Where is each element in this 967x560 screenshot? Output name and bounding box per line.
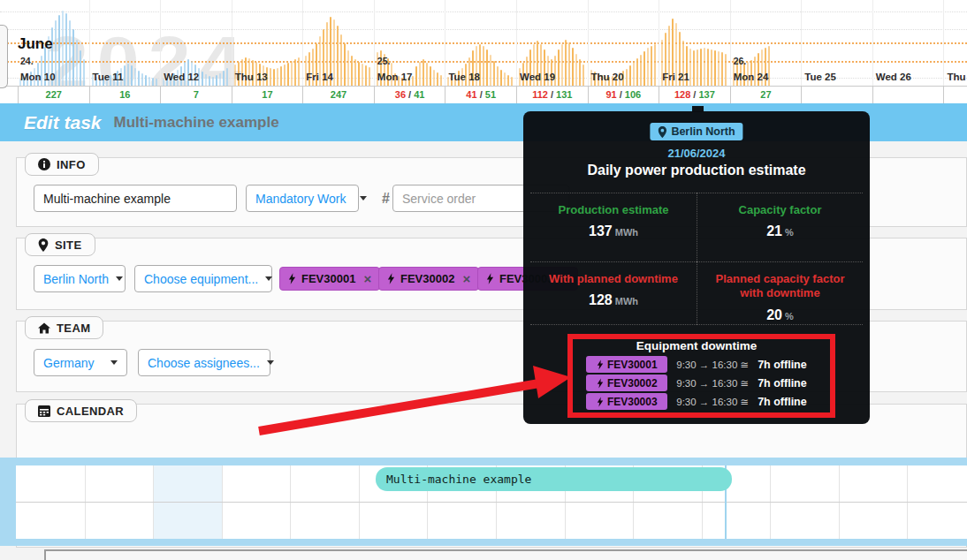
calendar-grid[interactable]: Multi-machine example xyxy=(16,465,967,539)
histogram-bar xyxy=(433,70,435,86)
day-label: Wed 26 xyxy=(876,72,911,82)
histogram-bar xyxy=(273,69,275,86)
timeline-day-count xyxy=(872,87,944,104)
day-label: Mon 17 xyxy=(377,72,413,82)
timeline-day[interactable]: Thu 20 xyxy=(588,0,659,86)
team-dropdown[interactable]: Germany xyxy=(34,349,127,376)
info-icon xyxy=(38,158,50,170)
remove-tag-icon[interactable]: × xyxy=(363,271,371,286)
histogram-bar xyxy=(58,15,60,86)
service-order-hash: # xyxy=(382,191,390,207)
tooltip-site-badge: Berlin North xyxy=(650,123,742,140)
drawer-handle[interactable] xyxy=(0,25,8,88)
equipment-dropdown[interactable]: Choose equipment... xyxy=(134,265,272,292)
assignees-dropdown[interactable]: Choose assignees... xyxy=(138,349,270,376)
histogram-bar xyxy=(504,72,506,86)
tooltip-date: 21/06/2024 xyxy=(523,147,870,160)
metric-value: 20 xyxy=(766,307,782,322)
equipment-tag[interactable]: FEV30002 × xyxy=(378,267,479,291)
histogram-bar xyxy=(497,66,499,86)
histogram-bar xyxy=(156,79,157,86)
day-label: Tue 11 xyxy=(93,72,124,82)
day-label: Wed 19 xyxy=(520,72,555,82)
remove-tag-icon[interactable]: × xyxy=(462,271,470,286)
location-pin-icon xyxy=(658,126,666,138)
histogram-bar xyxy=(486,49,488,86)
histogram-bar xyxy=(707,49,709,86)
task-bar[interactable]: Multi-machine example xyxy=(376,467,732,491)
work-type-dropdown[interactable]: Mandatory Work xyxy=(246,185,359,212)
timeline-day[interactable]: Thu 13 xyxy=(232,0,303,86)
timeline-day[interactable]: Wed 12 xyxy=(160,0,232,86)
timeline-day-count xyxy=(943,87,967,104)
chevron-down-icon xyxy=(360,196,367,201)
metric-unit: % xyxy=(785,227,794,238)
edit-task-page: 2024 24.Mon 10Tue 11Wed 12Thu 13Fri 1425… xyxy=(0,0,967,560)
timeline-day[interactable]: Tue 25 xyxy=(801,0,872,86)
histogram-bar xyxy=(507,75,509,86)
histogram-bar xyxy=(226,68,228,86)
metric-value: 137 xyxy=(589,223,613,238)
histogram-bar xyxy=(419,62,421,86)
timeline-day[interactable]: Fri 14 xyxy=(302,0,374,86)
timeline-day[interactable]: Tue 18 xyxy=(445,0,516,86)
timeline-day[interactable]: Tue 11 xyxy=(89,0,161,86)
histogram-bar xyxy=(365,65,367,86)
histogram-bar xyxy=(337,26,339,86)
task-name-subtitle: Multi-machine example xyxy=(114,114,279,132)
histogram-bar xyxy=(640,55,642,86)
week-number-label: 24. xyxy=(20,56,34,66)
day-label: Thu xyxy=(947,72,965,82)
histogram-bar xyxy=(490,55,491,86)
timeline-day[interactable]: Wed 19 xyxy=(516,0,588,86)
site-tab: SITE xyxy=(25,233,95,256)
day-label: Thu 20 xyxy=(591,72,624,82)
histogram-bar xyxy=(354,59,356,86)
histogram-bar xyxy=(284,64,286,86)
calendar-row-divider xyxy=(16,502,967,503)
histogram-bar xyxy=(347,50,349,86)
histogram-bar xyxy=(423,59,424,86)
metric-value: 21 xyxy=(766,223,782,238)
equipment-tag[interactable]: FEV30001 × xyxy=(279,267,380,291)
timeline-day[interactable]: Thu xyxy=(943,0,967,86)
histogram-bar xyxy=(511,77,513,86)
histogram-bar xyxy=(148,77,150,86)
timeline-day-count: 128 / 137 xyxy=(659,87,730,104)
lightning-icon xyxy=(387,273,395,284)
histogram-bar xyxy=(704,48,705,86)
histogram-bar xyxy=(141,73,143,86)
histogram-bar xyxy=(725,54,727,86)
site-selected-label: Berlin North xyxy=(43,272,109,286)
histogram-bar xyxy=(633,62,635,86)
site-dropdown[interactable]: Berlin North xyxy=(34,265,126,292)
metric-planned-downtime: With planned downtime 128MWh xyxy=(530,261,697,325)
histogram-bar xyxy=(152,78,154,86)
team-tab-label: TEAM xyxy=(57,322,90,335)
next-section-edge xyxy=(44,549,967,560)
day-label: Fri 14 xyxy=(306,72,333,82)
histogram-bar xyxy=(127,64,129,86)
histogram-bar xyxy=(138,71,140,86)
timeline-day[interactable]: Wed 26 xyxy=(872,0,944,86)
info-tab: INFO xyxy=(25,153,99,176)
month-label: June xyxy=(18,35,53,53)
histogram-bar xyxy=(223,71,225,86)
location-pin-icon xyxy=(38,238,49,252)
histogram-bar xyxy=(711,49,712,86)
timeline-day[interactable]: 25.Mon 17 xyxy=(374,0,445,86)
histogram-bar xyxy=(131,65,133,86)
timeline-day[interactable]: 26.Mon 24 xyxy=(730,0,802,86)
histogram-bar xyxy=(415,66,417,86)
day-label: Wed 12 xyxy=(164,72,199,82)
site-tab-label: SITE xyxy=(55,238,82,252)
histogram-bar xyxy=(626,69,628,86)
task-name-input[interactable] xyxy=(34,185,237,212)
histogram-bar xyxy=(76,40,78,86)
timeline-day[interactable]: Fri 21 xyxy=(659,0,730,86)
histogram-bar xyxy=(483,46,484,86)
histogram-bar xyxy=(83,59,85,86)
histogram-bar xyxy=(700,49,702,86)
histogram-bar xyxy=(205,74,207,86)
histogram-bar xyxy=(565,40,567,86)
